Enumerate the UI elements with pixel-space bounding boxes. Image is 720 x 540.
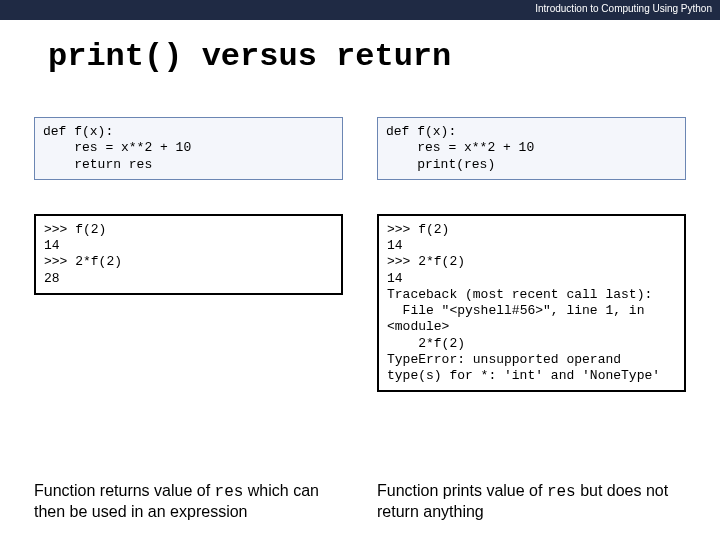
right-caption: Function prints value of res but does no… bbox=[377, 481, 686, 522]
right-shell-box: >>> f(2) 14 >>> 2*f(2) 14 Traceback (mos… bbox=[377, 214, 686, 393]
left-caption-pre: Function returns value of bbox=[34, 482, 215, 499]
left-code-box: def f(x): res = x**2 + 10 return res bbox=[34, 117, 343, 180]
header-bar: Introduction to Computing Using Python bbox=[0, 0, 720, 20]
right-caption-pre: Function prints value of bbox=[377, 482, 547, 499]
left-column: def f(x): res = x**2 + 10 return res >>>… bbox=[34, 117, 343, 392]
caption-row: Function returns value of res which can … bbox=[34, 481, 686, 522]
slide-title: print() versus return bbox=[0, 20, 720, 75]
content-columns: def f(x): res = x**2 + 10 return res >>>… bbox=[0, 75, 720, 392]
right-column: def f(x): res = x**2 + 10 print(res) >>>… bbox=[377, 117, 686, 392]
left-caption-code: res bbox=[215, 483, 244, 501]
right-code-box: def f(x): res = x**2 + 10 print(res) bbox=[377, 117, 686, 180]
left-shell-box: >>> f(2) 14 >>> 2*f(2) 28 bbox=[34, 214, 343, 295]
right-caption-code: res bbox=[547, 483, 576, 501]
left-caption: Function returns value of res which can … bbox=[34, 481, 343, 522]
header-text: Introduction to Computing Using Python bbox=[535, 3, 712, 14]
